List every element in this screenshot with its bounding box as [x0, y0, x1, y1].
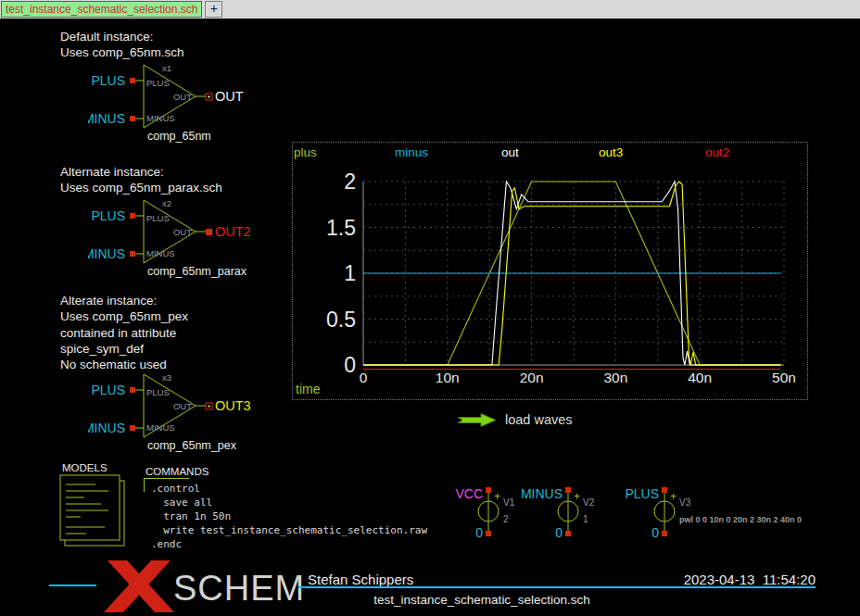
load-waves-launcher[interactable]: load waves: [458, 412, 573, 427]
minus-net-label[interactable]: MINUS: [88, 421, 125, 435]
source-value: 2: [503, 514, 509, 524]
inner-out-label: OUT: [173, 401, 192, 411]
y-tick-label: 0.5: [326, 308, 356, 332]
source-plus-pin: [565, 487, 571, 493]
instance-note-pex: Alterate instance:Uses comp_65nm_pexcont…: [60, 293, 188, 372]
symbol-name: comp_65nm_pex: [147, 439, 237, 452]
tab-bar: test_instance_schematic_selection.sch +: [0, 0, 860, 19]
footer-author: Stefan Schippers: [308, 572, 413, 587]
out-net-label[interactable]: OUT3: [215, 398, 251, 413]
minus-pin[interactable]: [130, 425, 135, 431]
minus-net-label[interactable]: MINUS: [88, 111, 125, 126]
source-minus-pin: [662, 531, 667, 536]
voltage-source-V3[interactable]: +PLUS0V3pwl 0 0 10n 0 20n 2 30n 2 40n 0: [618, 485, 859, 545]
launcher-arrow-icon: [458, 413, 497, 427]
new-tab-button[interactable]: +: [205, 1, 222, 18]
source-net-label[interactable]: VCC: [455, 486, 483, 501]
inner-plus-label: PLUS: [146, 387, 170, 397]
instance-note-line: Uses comp_65nm_parax.sch: [60, 180, 222, 195]
source-gnd-label[interactable]: 0: [475, 525, 483, 540]
instance-note-line: contained in attribute: [60, 325, 188, 341]
out-net-label[interactable]: OUT2: [215, 224, 251, 239]
models-icon[interactable]: [58, 473, 138, 553]
legend-item-out3[interactable]: out3: [599, 145, 623, 159]
instance-note-alternate: Alternate instance:Uses comp_65nm_parax.…: [60, 164, 222, 196]
y-tick-label: 1.5: [326, 216, 356, 240]
source-net-label[interactable]: MINUS: [521, 486, 563, 501]
comparator-symbol-x2[interactable]: PLUSMINUSPLUSMINUSOUTx2OUT2comp_65nm_par…: [88, 195, 273, 281]
legend-item-out2[interactable]: out2: [705, 145, 729, 159]
x-tick-label: 10n: [436, 370, 460, 385]
source-plus-pin: [486, 487, 491, 493]
x-tick-label: 30n: [603, 370, 627, 385]
instance-designator: x3: [162, 372, 171, 383]
source-net-label[interactable]: PLUS: [625, 486, 659, 501]
commands-label: COMMANDS: [145, 466, 209, 477]
waveform-graph[interactable]: 00.511.52010n20n30n40n50n plusminusoutou…: [292, 142, 808, 400]
y-tick-label: 0: [344, 353, 356, 377]
plus-net-label[interactable]: PLUS: [91, 208, 125, 223]
legend-item-minus[interactable]: minus: [395, 145, 428, 159]
source-value: pwl 0 0 10n 0 20n 2 30n 2 40n 0: [679, 515, 802, 524]
inner-minus-label: MINUS: [146, 248, 175, 258]
instance-note-line: Default instance:: [60, 29, 184, 44]
comparator-symbol-x1[interactable]: PLUSMINUSPLUSMINUSOUTx1OUTcomp_65nm: [88, 60, 273, 145]
instance-designator: x1: [162, 63, 171, 73]
symbol-name: comp_65nm_parax: [147, 265, 247, 278]
y-tick-label: 1: [344, 261, 356, 285]
minus-net-label[interactable]: MINUS: [88, 246, 125, 261]
source-body: [478, 501, 499, 522]
comparator-symbol-x3[interactable]: PLUSMINUSPLUSMINUSOUTx3OUT3comp_65nm_pex: [88, 370, 273, 455]
instance-note-line: Alternate instance:: [60, 164, 222, 180]
source-plus-pin: [662, 487, 667, 493]
inner-minus-label: MINUS: [146, 113, 175, 123]
source-gnd-label[interactable]: 0: [555, 525, 563, 540]
comparator-x3: PLUSMINUSPLUSMINUSOUTx3OUT3comp_65nm_pex: [88, 370, 273, 455]
arrow-shape: [458, 413, 496, 426]
instance-note-line: spice_sym_def: [60, 341, 188, 357]
x-tick-label: 50n: [772, 370, 796, 385]
instance-designator: x2: [162, 198, 171, 208]
plus-net-label[interactable]: PLUS: [91, 383, 125, 397]
voltage-source-V1[interactable]: +VCC0V12: [442, 485, 683, 545]
inner-plus-label: PLUS: [146, 78, 170, 88]
source-gnd-label[interactable]: 0: [651, 525, 659, 540]
inner-plus-label: PLUS: [146, 213, 170, 223]
source-minus-pin: [486, 531, 491, 536]
instance-note-line: Uses comp_65nm_pex: [60, 308, 188, 324]
y-tick-label: 2: [344, 170, 356, 194]
instance-note-default: Default instance:Uses comp_65nm.sch: [60, 29, 184, 61]
out-pin-center: [209, 406, 210, 408]
spice-commands[interactable]: .control save all tran 1n 50n write test…: [151, 482, 427, 551]
source-body: [558, 501, 578, 522]
out-net-label[interactable]: OUT: [215, 89, 244, 104]
legend-item-out[interactable]: out: [501, 145, 519, 159]
models-label: MODELS: [62, 462, 108, 473]
x-tick-label: 20n: [520, 370, 544, 385]
xschem-logo-text: SCHEM: [173, 569, 305, 609]
x-tick-label: 40n: [688, 370, 712, 385]
source-plus-sign: +: [574, 490, 580, 503]
legend-item-plus[interactable]: plus: [294, 145, 317, 159]
source-name: V3: [679, 497, 691, 508]
comparator-x2: PLUSMINUSPLUSMINUSOUTx2OUT2comp_65nm_par…: [88, 195, 273, 281]
x-tick-label: 0: [360, 370, 368, 385]
plus-pin[interactable]: [130, 78, 135, 83]
x-axis-title: time: [296, 382, 320, 396]
launcher-label: load waves: [505, 412, 573, 427]
voltage-source-V2[interactable]: +MINUS0V21: [522, 485, 763, 545]
out-pin-center: [209, 96, 210, 98]
source-name: V1: [503, 497, 515, 508]
source-name: V2: [583, 497, 595, 508]
schematic-canvas[interactable]: Default instance:Uses comp_65nm.sch PLUS…: [0, 19, 860, 616]
instance-note-line: Uses comp_65nm.sch: [60, 44, 184, 60]
minus-pin[interactable]: [130, 251, 135, 257]
tab-current[interactable]: test_instance_schematic_selection.sch: [1, 1, 202, 18]
source-value: 1: [583, 514, 588, 524]
plus-pin[interactable]: [130, 213, 135, 219]
out-pin[interactable]: [206, 229, 212, 235]
instance-note-line: Alterate instance:: [60, 293, 188, 308]
minus-pin[interactable]: [130, 116, 135, 121]
plus-net-label[interactable]: PLUS: [91, 73, 125, 88]
plus-pin[interactable]: [130, 387, 135, 393]
